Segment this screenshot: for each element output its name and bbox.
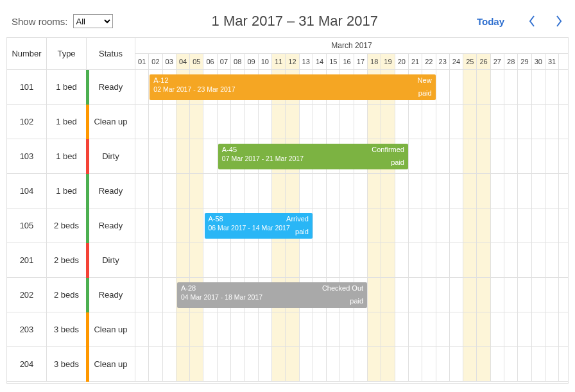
timeline-cell[interactable]: [545, 139, 559, 173]
timeline-cell[interactable]: [518, 243, 531, 277]
timeline-cell[interactable]: [436, 105, 450, 139]
timeline-cell[interactable]: [163, 347, 176, 381]
timeline-cell[interactable]: [327, 347, 340, 381]
timeline-cell[interactable]: [532, 312, 545, 346]
timeline-cell[interactable]: [545, 278, 559, 312]
timeline-cell[interactable]: [313, 312, 327, 346]
timeline-cell[interactable]: [259, 347, 272, 381]
timeline-cell[interactable]: [163, 209, 176, 243]
timeline-cell[interactable]: [450, 243, 463, 277]
timeline-cell[interactable]: [190, 243, 203, 277]
timeline-cell[interactable]: [504, 209, 518, 243]
timeline-cell[interactable]: [381, 243, 395, 277]
timeline-cell[interactable]: [218, 174, 231, 208]
timeline-cell[interactable]: [135, 312, 149, 346]
timeline-cell[interactable]: [504, 70, 518, 104]
timeline-cell[interactable]: [300, 174, 313, 208]
timeline-cell[interactable]: [463, 209, 477, 243]
timeline-cell[interactable]: [203, 347, 217, 381]
booking-bar[interactable]: A-2804 Mar 2017 - 18 Mar 2017Checked Out…: [177, 282, 367, 308]
timeline-cell[interactable]: [286, 243, 299, 277]
timeline-cell[interactable]: [176, 312, 190, 346]
timeline-cell[interactable]: [477, 209, 490, 243]
timeline-cell[interactable]: [422, 174, 436, 208]
today-button[interactable]: Today: [477, 16, 504, 27]
timeline-cell[interactable]: [149, 139, 162, 173]
timeline-cell[interactable]: [532, 70, 545, 104]
timeline-cell[interactable]: [463, 347, 477, 381]
timeline-cell[interactable]: [135, 209, 149, 243]
timeline-cell[interactable]: [518, 278, 531, 312]
timeline-cell[interactable]: [532, 174, 545, 208]
timeline-cell[interactable]: [135, 174, 149, 208]
timeline-cell[interactable]: [422, 209, 436, 243]
timeline-cell[interactable]: [381, 278, 395, 312]
timeline-cell[interactable]: [286, 174, 299, 208]
timeline-cell[interactable]: [245, 105, 258, 139]
timeline-cell[interactable]: [477, 347, 490, 381]
timeline-cell[interactable]: [149, 347, 162, 381]
timeline-cell[interactable]: [491, 347, 504, 381]
timeline-cell[interactable]: [368, 278, 381, 312]
timeline-cell[interactable]: [436, 70, 450, 104]
timeline-cell[interactable]: [203, 312, 217, 346]
timeline-cell[interactable]: [491, 139, 504, 173]
timeline-cell[interactable]: [135, 105, 149, 139]
timeline-cell[interactable]: [395, 278, 409, 312]
timeline-cell[interactable]: [545, 105, 559, 139]
timeline-cell[interactable]: [149, 312, 162, 346]
timeline-cell[interactable]: [286, 105, 299, 139]
timeline-cell[interactable]: [477, 174, 490, 208]
timeline-cell[interactable]: [300, 105, 313, 139]
timeline-cell[interactable]: [477, 105, 490, 139]
timeline-cell[interactable]: [272, 347, 286, 381]
timeline-cell[interactable]: [395, 312, 409, 346]
timeline-cell[interactable]: [518, 70, 531, 104]
timeline-cell[interactable]: [176, 209, 190, 243]
timeline-cell[interactable]: [395, 243, 409, 277]
timeline-cell[interactable]: [340, 347, 354, 381]
timeline-cell[interactable]: [259, 105, 272, 139]
timeline-cell[interactable]: [149, 105, 162, 139]
timeline-cell[interactable]: [518, 105, 531, 139]
timeline-cell[interactable]: [327, 209, 340, 243]
timeline-cell[interactable]: [463, 278, 477, 312]
timeline-cell[interactable]: [545, 312, 559, 346]
timeline-cell[interactable]: [245, 312, 258, 346]
timeline-cell[interactable]: [327, 243, 340, 277]
timeline-cell[interactable]: [327, 105, 340, 139]
timeline-cell[interactable]: [272, 174, 286, 208]
timeline-cell[interactable]: [203, 139, 217, 173]
timeline-cell[interactable]: [463, 174, 477, 208]
timeline-cell[interactable]: [300, 312, 313, 346]
timeline-cell[interactable]: [532, 105, 545, 139]
timeline-cell[interactable]: [135, 243, 149, 277]
timeline-cell[interactable]: [504, 139, 518, 173]
timeline-cell[interactable]: [163, 105, 176, 139]
timeline-cell[interactable]: [532, 139, 545, 173]
timeline-cell[interactable]: [272, 105, 286, 139]
booking-bar[interactable]: A-1202 Mar 2017 - 23 Mar 2017Newpaid: [150, 74, 435, 100]
timeline-cell[interactable]: [176, 347, 190, 381]
timeline-cell[interactable]: [518, 139, 531, 173]
timeline-cell[interactable]: [368, 312, 381, 346]
timeline-cell[interactable]: [163, 312, 176, 346]
timeline-cell[interactable]: [436, 243, 450, 277]
timeline-cell[interactable]: [477, 243, 490, 277]
timeline-cell[interactable]: [327, 174, 340, 208]
timeline-cell[interactable]: [149, 278, 162, 312]
timeline-cell[interactable]: [354, 243, 368, 277]
timeline-cell[interactable]: [436, 139, 450, 173]
timeline-cell[interactable]: [395, 347, 409, 381]
timeline-cell[interactable]: [163, 278, 176, 312]
timeline-cell[interactable]: [218, 105, 231, 139]
timeline-cell[interactable]: [135, 139, 149, 173]
timeline-cell[interactable]: [176, 243, 190, 277]
timeline-cell[interactable]: [463, 139, 477, 173]
timeline-cell[interactable]: [340, 174, 354, 208]
timeline-cell[interactable]: [190, 209, 203, 243]
timeline-cell[interactable]: [532, 347, 545, 381]
timeline-cell[interactable]: [450, 174, 463, 208]
timeline-cell[interactable]: [518, 312, 531, 346]
timeline-cell[interactable]: [477, 278, 490, 312]
